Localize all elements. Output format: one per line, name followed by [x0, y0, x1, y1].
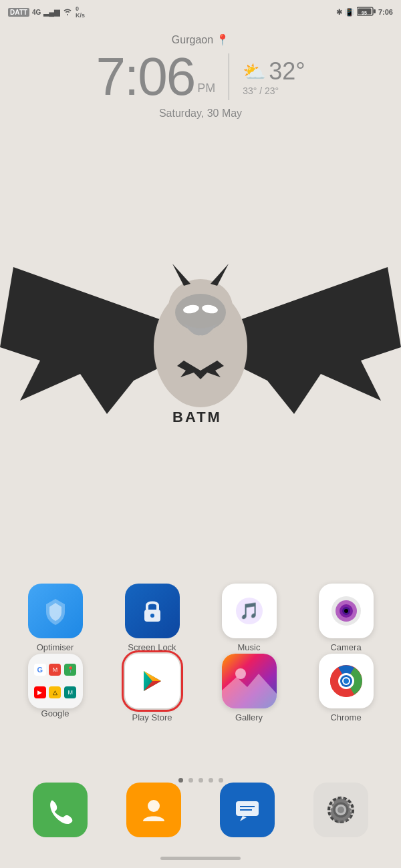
bluetooth-icon: ✱	[336, 8, 342, 17]
time-weather-divider	[229, 53, 229, 100]
page-dots	[0, 778, 401, 783]
temperature: 32°	[269, 57, 305, 85]
time-period: PM	[197, 81, 215, 95]
page-dot-3[interactable]	[209, 778, 213, 783]
status-bar: DATT 4G ▂▄▆ 0K/s ✱ 📳 95 7:06	[0, 0, 401, 24]
location-pin-icon: 📍	[216, 33, 229, 46]
svg-point-22	[344, 609, 348, 613]
camera-label: Camera	[330, 642, 361, 652]
svg-text:95: 95	[362, 11, 367, 15]
camera-icon[interactable]	[319, 584, 374, 638]
maps-icon: 📍	[64, 664, 76, 676]
app-item-music[interactable]: 🎵 Music	[213, 584, 286, 652]
screenlock-icon[interactable]	[125, 584, 180, 638]
date-label: Saturday, 30 May	[0, 107, 401, 120]
optimiser-label: Optimiser	[37, 642, 74, 652]
home-indicator[interactable]	[160, 857, 241, 860]
batman-illustration: BATM	[0, 214, 401, 454]
google-label: Google	[41, 708, 70, 718]
contacts-dock-icon[interactable]	[126, 783, 181, 837]
app-item-playstore[interactable]: Play Store	[116, 654, 189, 722]
dock-item-settings[interactable]	[304, 783, 378, 841]
svg-point-31	[148, 800, 160, 812]
carrier-label: DATT	[8, 8, 29, 17]
weather-widget: Gurgaon 📍 7:06 PM ⛅ 32° 33° / 23° Saturd…	[0, 33, 401, 120]
page-dot-1[interactable]	[188, 778, 193, 783]
svg-rect-32	[236, 801, 259, 816]
battery-vibrate-icon: 📳	[345, 8, 354, 17]
dock-item-phone[interactable]	[23, 783, 97, 841]
phone-dock-icon[interactable]	[33, 783, 88, 837]
svg-point-40	[338, 807, 344, 813]
screenlock-label: Screen Lock	[128, 642, 176, 652]
playstore-label: Play Store	[132, 712, 172, 722]
svg-marker-7	[211, 264, 229, 286]
optimiser-icon[interactable]	[28, 584, 83, 638]
status-right: ✱ 📳 95 7:06	[336, 7, 393, 17]
youtube-icon: ▶	[34, 686, 46, 698]
app-item-google[interactable]: G M 📍 ▶ △ M Google	[19, 654, 92, 718]
location-label: Gurgaon 📍	[0, 33, 401, 46]
chrome-label: Chrome	[330, 712, 361, 722]
svg-rect-13	[150, 614, 154, 618]
settings-dock-icon[interactable]	[313, 783, 368, 837]
google-g-icon: G	[34, 664, 46, 676]
gallery-icon[interactable]	[222, 654, 277, 708]
signal-bars-icon: ▂▄▆	[43, 8, 59, 17]
dock-item-messages[interactable]	[211, 783, 284, 841]
time-weather-row: 7:06 PM ⛅ 32° 33° / 23°	[0, 50, 401, 103]
google-folder-icon[interactable]: G M 📍 ▶ △ M	[28, 654, 83, 708]
app-item-chrome[interactable]: Chrome	[309, 654, 383, 722]
temp-range: 33° / 23°	[243, 85, 279, 96]
drive-icon: △	[49, 686, 61, 698]
data-speed: 0K/s	[76, 5, 85, 19]
weather-condition-icon: ⛅	[243, 61, 266, 83]
app-item-gallery[interactable]: Gallery	[213, 654, 286, 722]
svg-text:🎵: 🎵	[239, 601, 259, 620]
gmail-icon: M	[49, 664, 61, 676]
chrome-icon[interactable]	[319, 654, 374, 708]
messages-dock-icon[interactable]	[220, 783, 275, 837]
svg-text:BATM: BATM	[172, 409, 222, 425]
app-item-camera[interactable]: Camera	[309, 584, 383, 652]
network-type: 4G	[32, 9, 41, 16]
clock-time: 7:06	[96, 50, 194, 103]
app-item-screenlock[interactable]: Screen Lock	[116, 584, 189, 652]
wifi-icon	[62, 7, 73, 17]
status-left: DATT 4G ▂▄▆ 0K/s	[8, 5, 85, 19]
gallery-label: Gallery	[235, 712, 263, 722]
dock-item-contacts[interactable]	[117, 783, 190, 841]
svg-point-30	[344, 678, 349, 684]
page-dot-4[interactable]	[219, 778, 223, 783]
dock	[0, 783, 401, 841]
svg-point-8	[175, 294, 226, 331]
svg-rect-1	[374, 9, 376, 13]
time-display: 7:06	[378, 8, 393, 16]
page-dot-2[interactable]	[198, 778, 203, 783]
playstore-icon[interactable]	[125, 654, 180, 708]
music-label: Music	[238, 642, 261, 652]
music-icon[interactable]: 🎵	[222, 584, 277, 638]
svg-marker-6	[172, 264, 190, 286]
battery-level: 95	[357, 7, 376, 17]
meet-icon: M	[64, 686, 76, 698]
weather-info: ⛅ 32° 33° / 23°	[243, 57, 305, 96]
app-item-optimiser[interactable]: Optimiser	[19, 584, 92, 652]
page-dot-0[interactable]	[178, 778, 183, 783]
